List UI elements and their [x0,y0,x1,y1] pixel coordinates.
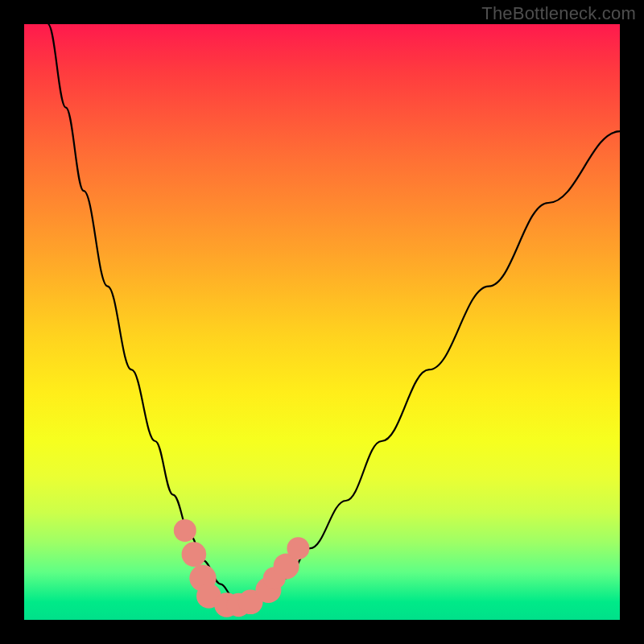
chart-markers [174,519,310,617]
data-point-marker [182,542,207,567]
data-point-marker [287,537,309,559]
watermark-text: TheBottleneck.com [481,3,636,24]
chart-plot-area [24,24,620,620]
bottleneck-curve [48,24,620,602]
chart-svg [24,24,620,620]
chart-frame: TheBottleneck.com [0,0,644,644]
data-point-marker [174,519,196,542]
